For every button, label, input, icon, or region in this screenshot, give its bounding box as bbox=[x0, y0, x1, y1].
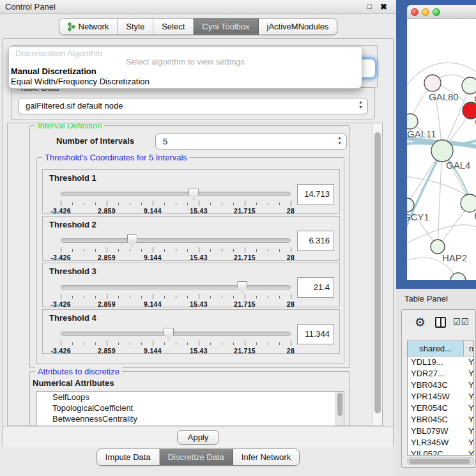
cell-shared-name[interactable]: YER054C bbox=[408, 403, 464, 414]
slider-handle[interactable] bbox=[127, 234, 137, 247]
table-row[interactable]: YDR27...YDR2 bbox=[408, 368, 473, 380]
mac-zoom-button[interactable] bbox=[433, 8, 440, 16]
slider-tick bbox=[222, 203, 222, 205]
columns-icon[interactable] bbox=[435, 317, 446, 328]
threshold-1-slider[interactable]: -3.4262.8599.14415.4321.71528 bbox=[61, 188, 291, 213]
attributes-group-label: Attributes to discretize bbox=[35, 367, 122, 376]
option-equal-width-frequency[interactable]: Equal Width/Frequency Discretization bbox=[11, 77, 150, 86]
threshold-4-label: Threshold 4 bbox=[49, 313, 96, 323]
number-of-intervals-combobox[interactable]: 5 ▲▼ bbox=[155, 134, 347, 150]
table-row[interactable]: YER054CYER0 bbox=[408, 403, 473, 414]
bottom-tab-strip: Impute Data Discretize Data Infer Networ… bbox=[0, 449, 396, 466]
table-row[interactable]: YPR145WYPR1 bbox=[408, 391, 473, 403]
threshold-2-value-field[interactable]: 6.316 bbox=[297, 231, 334, 251]
network-node bbox=[431, 240, 445, 254]
slider-ticks bbox=[61, 201, 291, 206]
slider-tick bbox=[245, 294, 245, 299]
cell-name[interactable]: YBL0 bbox=[464, 426, 473, 437]
float-window-icon[interactable]: □ bbox=[367, 2, 372, 11]
tab-select[interactable]: Select bbox=[153, 19, 194, 35]
cell-shared-name[interactable]: YBL079W bbox=[408, 426, 464, 437]
tab-discretize-data[interactable]: Discretize Data bbox=[160, 449, 233, 465]
slider-handle[interactable] bbox=[164, 328, 174, 340]
cell-name[interactable]: YDR2 bbox=[464, 368, 473, 380]
cell-shared-name[interactable]: YIL052C bbox=[408, 449, 464, 456]
checkboxes-icon[interactable]: ☑☑ bbox=[453, 317, 469, 326]
slider-handle[interactable] bbox=[188, 188, 199, 200]
gear-icon[interactable]: ⚙ bbox=[415, 315, 426, 330]
slider-tick bbox=[141, 203, 142, 205]
slider-track[interactable] bbox=[61, 285, 291, 289]
close-window-icon[interactable]: ✖ bbox=[380, 2, 387, 12]
table-data-combobox[interactable]: galFiltered.sif default node ▲▼ bbox=[18, 98, 368, 114]
attributes-list-scrollbar[interactable] bbox=[335, 392, 344, 426]
cell-shared-name[interactable]: YBR043C bbox=[408, 380, 464, 391]
attribute-list-item[interactable]: TopologicalCoefficient bbox=[37, 403, 344, 413]
cell-shared-name[interactable]: YLR345W bbox=[408, 437, 464, 449]
cell-shared-name[interactable]: YBR045C bbox=[408, 414, 464, 426]
tab-jactivemnodules[interactable]: jActiveMNodules bbox=[259, 19, 337, 35]
slider-tick bbox=[95, 342, 96, 345]
cell-name[interactable]: YPR1 bbox=[464, 391, 473, 403]
slider-tick bbox=[199, 294, 199, 299]
numerical-attributes-list[interactable]: SelfLoopsTopologicalCoefficientBetweenne… bbox=[36, 391, 344, 426]
table-row[interactable]: YBL079WYBL0 bbox=[408, 426, 473, 437]
apply-row: Apply bbox=[3, 426, 393, 447]
slider-tick bbox=[107, 341, 107, 346]
network-node-label: GCY1 bbox=[407, 211, 429, 222]
apply-button[interactable]: Apply bbox=[177, 430, 220, 445]
table-row[interactable]: YIL052CYIL0 bbox=[408, 449, 473, 456]
attribute-list-item[interactable]: SelfLoops bbox=[37, 392, 344, 403]
cell-name[interactable]: YIL0 bbox=[464, 449, 473, 456]
cell-name[interactable]: YBR0 bbox=[464, 380, 473, 391]
slider-tick bbox=[61, 341, 61, 346]
network-canvas[interactable]: GAL80 G C GAL11 GAL4 GCY1 H HAP2 bbox=[407, 19, 476, 280]
mac-close-button[interactable] bbox=[411, 8, 418, 16]
network-tab-icon bbox=[68, 22, 75, 31]
cell-name[interactable]: YER0 bbox=[464, 403, 473, 414]
table-horizontal-scrollbar[interactable] bbox=[407, 457, 474, 465]
slider-tick bbox=[130, 203, 130, 205]
cell-name[interactable]: YBR0 bbox=[464, 414, 473, 426]
slider-tick-labels: -3.4262.8599.14415.4321.71528 bbox=[61, 207, 291, 215]
slider-tick bbox=[279, 342, 280, 345]
table-row[interactable]: YLR345WYLR3 bbox=[408, 437, 473, 449]
slider-track[interactable] bbox=[61, 238, 291, 243]
slider-tick bbox=[84, 203, 84, 205]
threshold-3-value-field[interactable]: 21.4 bbox=[297, 277, 334, 298]
cell-shared-name[interactable]: YPR145W bbox=[408, 391, 464, 403]
table-row[interactable]: YBR043CYBR0 bbox=[408, 380, 473, 391]
threshold-1-value-field[interactable]: 14.713 bbox=[297, 184, 334, 204]
tab-infer-network[interactable]: Infer Network bbox=[233, 449, 299, 465]
tab-cyni-toolbox[interactable]: Cyni Toolbox bbox=[194, 19, 258, 35]
slider-tick bbox=[210, 249, 211, 252]
slider-track[interactable] bbox=[61, 192, 291, 196]
slider-tick bbox=[291, 247, 291, 252]
mac-minimize-button[interactable] bbox=[422, 8, 429, 16]
settings-vertical-scrollbar[interactable] bbox=[372, 123, 382, 426]
cell-name[interactable]: YDL1 bbox=[464, 357, 473, 368]
slider-track[interactable] bbox=[61, 332, 291, 336]
threshold-2-slider[interactable]: -3.4262.8599.14415.4321.71528 bbox=[61, 234, 291, 260]
option-manual-discretization[interactable]: Manual Discretization bbox=[11, 66, 96, 76]
slider-handle[interactable] bbox=[237, 281, 247, 293]
threshold-3-slider[interactable]: -3.4262.8599.14415.4321.71528 bbox=[61, 281, 291, 307]
table-data-selected-value: galFiltered.sif default node bbox=[26, 101, 123, 111]
tab-impute-data[interactable]: Impute Data bbox=[97, 449, 160, 465]
cell-name[interactable]: YLR3 bbox=[464, 437, 473, 449]
cell-shared-name[interactable]: YDL19... bbox=[408, 357, 464, 368]
attribute-list-item[interactable]: BetweennessCentrality bbox=[37, 413, 344, 424]
cell-shared-name[interactable]: YDR27... bbox=[408, 368, 464, 380]
threshold-4-slider[interactable]: -3.4262.8599.14415.4321.71528 bbox=[61, 328, 291, 353]
column-header-name[interactable]: n bbox=[464, 341, 473, 356]
table-data-group: Table Data galFiltered.sif default node … bbox=[11, 88, 375, 119]
tab-network[interactable]: Network bbox=[59, 19, 118, 35]
table-row[interactable]: YDL19...YDL1 bbox=[408, 357, 473, 368]
column-header-shared[interactable]: shared... bbox=[408, 341, 464, 356]
threshold-4-value-field[interactable]: 11.344 bbox=[297, 324, 334, 344]
tab-style[interactable]: Style bbox=[118, 19, 153, 35]
slider-tick bbox=[245, 341, 245, 346]
slider-tick-label: 21.715 bbox=[234, 207, 256, 215]
slider-tick-label: 2.859 bbox=[98, 207, 116, 215]
table-row[interactable]: YBR045CYBR0 bbox=[408, 414, 473, 426]
